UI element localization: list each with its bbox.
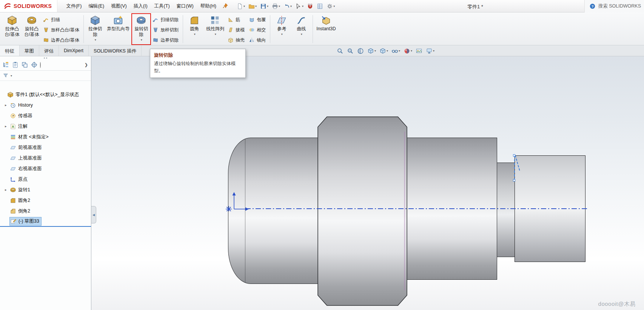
tree-item-right-plane[interactable]: 右视基准面 <box>0 163 91 174</box>
tab-sketch[interactable]: 草图 <box>20 45 39 56</box>
fillet-button[interactable]: 圆角 ▾ <box>185 13 204 45</box>
shaft-step-section[interactable] <box>497 163 515 257</box>
menu-insert[interactable]: 插入(I) <box>130 0 151 12</box>
tree-filter-bar[interactable]: ▾ <box>0 71 91 81</box>
tab-evaluate[interactable]: 评估 <box>39 45 59 56</box>
tree-item-top-plane[interactable]: 上视基准面 <box>0 153 91 163</box>
search-input[interactable]: 搜索 SOLIDWORKS <box>598 3 641 9</box>
lofted-cut-button[interactable]: 放样切割 <box>151 25 181 35</box>
edit-appearance-button[interactable]: ▾ <box>404 48 412 54</box>
swept-boss-button[interactable]: 扫描 <box>42 14 82 25</box>
save-button[interactable]: ▾ <box>259 2 270 10</box>
apply-scene-button[interactable] <box>416 48 422 54</box>
curves-button[interactable]: 曲线 ▾ <box>291 13 311 45</box>
pin-menu-icon[interactable] <box>221 3 230 10</box>
view-settings-button[interactable]: ▾ <box>426 48 434 54</box>
new-document-button[interactable]: ▾ <box>236 2 246 10</box>
tree-item-fillet2[interactable]: 圆角2 <box>0 195 91 206</box>
sketch-point-handle[interactable] <box>513 154 515 157</box>
undo-button[interactable]: ▾ <box>282 2 293 10</box>
propertymanager-tab[interactable] <box>12 61 19 68</box>
dropdown-caret[interactable]: ▾ <box>301 33 302 36</box>
boundary-boss-button[interactable]: 边界凸台/基体 <box>42 35 82 45</box>
tab-features[interactable]: 特征 <box>0 45 20 56</box>
print-button[interactable]: ▾ <box>271 2 281 10</box>
featuremanager-tab[interactable] <box>2 61 9 68</box>
wrap-button[interactable]: 包覆 <box>247 14 268 25</box>
menu-file[interactable]: 文件(F) <box>63 0 85 12</box>
quick-access-toolbar: ▾ ▾ ▾ ▾ ▾ ▾ ▾ <box>236 2 336 10</box>
revolved-boss-button[interactable]: 旋转凸 台/基体 <box>22 13 42 45</box>
panel-expand-chevron[interactable]: ❯ <box>85 62 89 67</box>
panel-collapse-handle[interactable]: ◀ <box>91 206 96 223</box>
menu-help[interactable]: 帮助(H) <box>197 0 220 12</box>
revolved-cut-button[interactable]: 旋转切 除 ▾ <box>131 13 151 45</box>
tree-item-revolve1[interactable]: ▸ 旋转1 <box>0 184 91 195</box>
tree-item-part-root[interactable]: 零件1 (默认<<默认>_显示状态 <box>0 89 91 100</box>
hole-wizard-button[interactable]: 异型孔向导 <box>105 13 131 45</box>
section-view-button[interactable] <box>357 48 364 54</box>
tree-item-chamfer2[interactable]: 倒角2 <box>0 206 91 216</box>
swept-cut-button[interactable]: 扫描切除 <box>151 14 181 25</box>
tree-item-sensors[interactable]: 传感器 <box>0 110 91 121</box>
instant3d-button[interactable]: Instant3D <box>314 13 337 45</box>
dropdown-caret[interactable]: ▾ <box>141 38 142 42</box>
reference-geometry-button[interactable]: 参考 ▾ <box>272 13 291 45</box>
select-button[interactable]: ▾ <box>294 2 305 10</box>
options-button[interactable]: ▾ <box>325 2 336 10</box>
rib-button[interactable]: 筋 <box>226 14 247 25</box>
sketch-dashed-line[interactable] <box>514 155 515 180</box>
panel-splitter[interactable] <box>0 56 91 59</box>
centerline[interactable] <box>245 208 587 209</box>
zoom-area-button[interactable] <box>347 48 354 54</box>
tree-item-material[interactable]: 材质 <未指定> <box>0 132 91 142</box>
displaymanager-tab[interactable] <box>40 62 41 68</box>
sketch-point-handle[interactable] <box>513 179 515 181</box>
help-search[interactable]: 搜索 SOLIDWORKS <box>584 0 644 12</box>
menu-view[interactable]: 视图(V) <box>108 0 130 12</box>
tree-item-sketch33[interactable]: (-) 草图33 <box>0 216 91 227</box>
expand-arrow[interactable]: ▸ <box>5 103 10 107</box>
extruded-cut-button[interactable]: 拉伸切 除 ▾ <box>85 13 105 45</box>
mirror-button[interactable]: 镜向 <box>247 35 268 45</box>
view-orientation-button[interactable]: ▾ <box>367 48 376 54</box>
tree-item-origin[interactable]: 原点 <box>0 174 91 184</box>
tab-dimxpert[interactable]: DimXpert <box>59 45 89 56</box>
display-style-button[interactable]: ▾ <box>379 48 388 54</box>
tree-item-history[interactable]: ▸ History <box>0 100 91 110</box>
heads-up-view-toolbar: ▾ ▾ ▾ ▾ ▾ <box>337 46 434 56</box>
revolved-boss-icon <box>26 15 37 26</box>
tree-item-annotations[interactable]: ▸ 注解 <box>0 121 91 132</box>
menu-edit[interactable]: 编辑(E) <box>85 0 108 12</box>
section-view-icon <box>357 48 364 54</box>
shaft-middle-section[interactable] <box>317 116 407 306</box>
menu-tools[interactable]: 工具(T) <box>151 0 173 12</box>
dropdown-caret[interactable]: ▾ <box>215 33 216 36</box>
graphics-area[interactable]: dooooit@木易 <box>91 56 644 310</box>
zoom-fit-button[interactable] <box>337 48 344 54</box>
dropdown-caret[interactable]: ▾ <box>95 38 96 42</box>
magnetic-mate-button[interactable] <box>306 2 314 10</box>
expand-arrow[interactable]: ▸ <box>5 124 10 128</box>
boundary-cut-button[interactable]: 边界切除 <box>151 35 181 45</box>
hide-show-items-button[interactable]: ▾ <box>391 48 400 54</box>
expand-arrow[interactable]: ▸ <box>5 188 10 192</box>
tree-item-front-plane[interactable]: 前视基准面 <box>0 142 91 153</box>
linear-pattern-button[interactable]: 线性阵列 ▾ <box>204 13 226 45</box>
boundary-cut-icon <box>153 37 159 43</box>
intersect-button[interactable]: 相交 <box>247 25 268 35</box>
tab-addins[interactable]: SOLIDWORKS 插件 <box>89 45 142 56</box>
draft-button[interactable]: 拔模 <box>226 25 247 35</box>
dropdown-caret[interactable]: ▾ <box>281 33 283 36</box>
open-button[interactable]: ▾ <box>247 2 258 10</box>
lofted-boss-button[interactable]: 放样凸台/基体 <box>42 25 82 35</box>
menu-window[interactable]: 窗口(W) <box>173 0 197 12</box>
fillet-icon <box>189 15 200 26</box>
dimxpertmanager-tab[interactable] <box>31 61 38 68</box>
configurationmanager-tab[interactable] <box>21 61 28 68</box>
file-properties-button[interactable] <box>316 2 324 10</box>
extruded-boss-button[interactable]: 拉伸凸 台/基体 <box>2 13 22 45</box>
shell-button[interactable]: 抽壳 <box>226 35 247 45</box>
dropdown-caret[interactable]: ▾ <box>194 33 196 36</box>
help-icon[interactable] <box>589 3 596 9</box>
